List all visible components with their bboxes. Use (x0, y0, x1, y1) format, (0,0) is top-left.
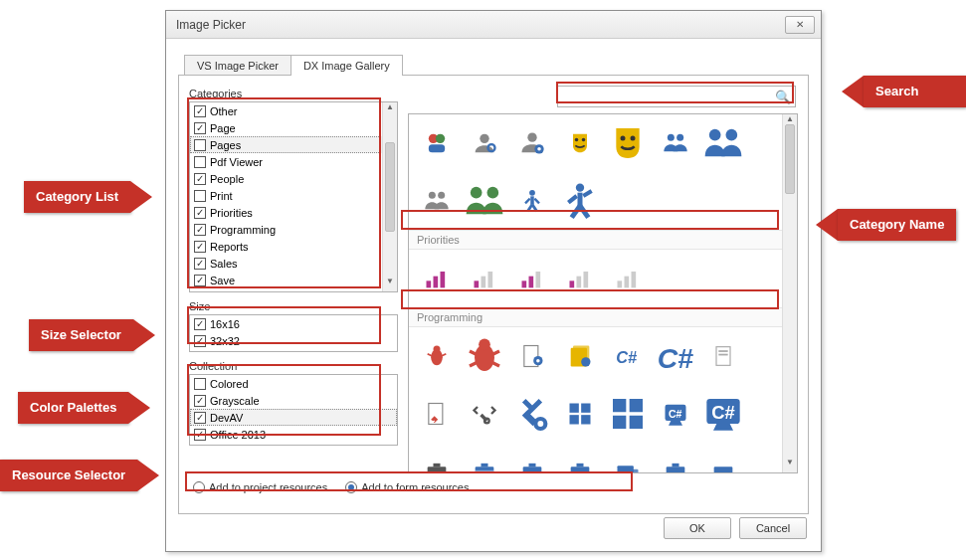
gallery-icon[interactable] (508, 333, 556, 379)
checkbox-icon[interactable] (194, 241, 206, 253)
scroll-up-icon[interactable]: ▲ (383, 102, 397, 117)
gallery-icon[interactable] (461, 449, 508, 472)
gallery-icon[interactable] (508, 120, 556, 166)
size-item[interactable]: 32x32 (190, 332, 397, 349)
gallery-icon[interactable] (652, 120, 699, 166)
category-item[interactable]: Print (190, 187, 397, 204)
checkbox-icon[interactable] (194, 275, 206, 286)
gallery-icon[interactable] (461, 333, 508, 379)
gallery-icon[interactable] (699, 333, 747, 379)
checkbox-icon[interactable] (194, 429, 206, 441)
cancel-button[interactable]: Cancel (739, 517, 807, 539)
category-item[interactable]: Save (190, 272, 397, 288)
gallery-icon[interactable]: C# (652, 333, 699, 379)
gallery-icon[interactable] (413, 256, 461, 301)
category-item[interactable]: Page (190, 119, 397, 136)
category-item[interactable]: Other (190, 102, 397, 119)
gallery-icon[interactable]: C# (699, 391, 747, 437)
gallery-icon[interactable] (461, 391, 508, 437)
gallery-icon[interactable] (508, 391, 556, 437)
svg-rect-37 (488, 272, 493, 287)
checkbox-icon[interactable] (194, 207, 206, 219)
collection-item[interactable]: DevAV (190, 409, 397, 426)
gallery-icon[interactable] (508, 256, 556, 301)
checkbox-icon[interactable] (194, 173, 206, 185)
gallery-icon[interactable] (556, 256, 604, 301)
gallery-icon[interactable] (556, 120, 604, 166)
gallery-icon[interactable] (604, 391, 652, 437)
category-item[interactable]: Pages (190, 136, 397, 153)
gallery-icon[interactable] (556, 333, 604, 379)
checkbox-icon[interactable] (194, 105, 206, 117)
tab-vs-image-picker[interactable]: VS Image Picker (184, 55, 291, 76)
checkbox-icon[interactable] (194, 122, 206, 134)
gallery-icon[interactable] (413, 449, 461, 472)
scroll-thumb[interactable] (785, 124, 795, 194)
categories-list[interactable]: OtherPagePagesPdf ViewerPeoplePrintPrior… (189, 101, 398, 292)
categories-scrollbar[interactable]: ▲ ▼ (382, 102, 397, 291)
svg-point-59 (536, 359, 540, 363)
search-input[interactable] (562, 90, 775, 103)
checkbox-icon[interactable] (194, 412, 206, 424)
collection-item[interactable]: Grayscale (190, 392, 397, 409)
scroll-down-icon[interactable]: ▼ (383, 277, 397, 291)
collection-item[interactable]: Office 2013 (190, 426, 397, 443)
checkbox-icon[interactable] (194, 139, 206, 151)
size-item[interactable]: 16x16 (190, 315, 397, 332)
checkbox-icon[interactable] (194, 318, 206, 330)
gallery-icon[interactable] (604, 449, 652, 472)
category-item[interactable]: Reports (190, 238, 397, 255)
gallery-icon[interactable]: C# (652, 391, 699, 437)
checkbox-icon[interactable] (194, 335, 206, 347)
gallery-icon[interactable] (413, 391, 461, 437)
tab-dx-image-gallery[interactable]: DX Image Gallery (290, 55, 403, 76)
gallery-icon[interactable] (556, 449, 604, 472)
gallery-scrollbar[interactable]: ▲ ▼ (782, 114, 797, 472)
collection-label: Collection (189, 360, 398, 372)
svg-point-20 (529, 190, 535, 196)
svg-rect-65 (716, 347, 730, 366)
gallery-icon[interactable] (508, 449, 556, 472)
gallery-icon[interactable] (461, 256, 508, 301)
gallery-icon[interactable]: C# (604, 333, 652, 379)
size-list[interactable]: 16x1632x32 (189, 314, 398, 352)
checkbox-icon[interactable] (194, 258, 206, 270)
gallery-icon[interactable] (604, 256, 652, 301)
checkbox-icon[interactable] (194, 395, 206, 407)
radio-form-resources[interactable]: Add to form resources (345, 481, 469, 493)
checkbox-icon[interactable] (194, 190, 206, 202)
gallery-icon[interactable] (556, 391, 604, 437)
checkbox-icon[interactable] (194, 378, 206, 390)
gallery-icon[interactable] (699, 120, 747, 166)
category-item[interactable]: Sales (190, 255, 397, 272)
category-item[interactable]: Pdf Viewer (190, 153, 397, 170)
gallery-icon[interactable] (508, 178, 556, 224)
category-item[interactable]: People (190, 170, 397, 187)
gallery-icon[interactable] (556, 178, 604, 224)
image-gallery[interactable]: Priorities Programming (408, 113, 798, 473)
svg-rect-93 (667, 467, 685, 472)
close-button[interactable]: ✕ (785, 16, 815, 34)
gallery-icon[interactable] (604, 120, 652, 166)
ok-button[interactable]: OK (664, 517, 731, 539)
category-item[interactable]: Programming (190, 221, 397, 238)
category-item-label: Sales (210, 258, 238, 270)
svg-point-14 (709, 129, 721, 141)
collection-item[interactable]: Colored (190, 375, 397, 392)
gallery-icon[interactable] (699, 449, 747, 472)
gallery-icon[interactable] (413, 333, 461, 379)
category-item[interactable]: Priorities (190, 204, 397, 221)
svg-rect-94 (673, 464, 679, 467)
checkbox-icon[interactable] (194, 156, 206, 168)
gallery-icon[interactable] (461, 120, 508, 166)
gallery-icon[interactable] (461, 178, 508, 224)
gallery-icon[interactable] (413, 120, 461, 166)
svg-rect-35 (475, 280, 480, 287)
scroll-down-icon[interactable]: ▼ (783, 458, 797, 472)
gallery-icon[interactable] (652, 449, 699, 472)
scroll-thumb[interactable] (385, 142, 395, 232)
radio-project-resources[interactable]: Add to project resources (193, 481, 327, 493)
checkbox-icon[interactable] (194, 224, 206, 236)
gallery-icon[interactable] (413, 178, 461, 224)
collection-list[interactable]: ColoredGrayscaleDevAVOffice 2013 (189, 374, 398, 446)
